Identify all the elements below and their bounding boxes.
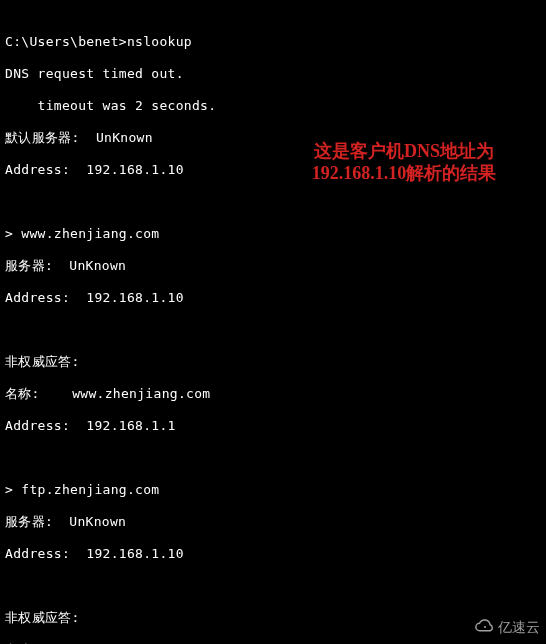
annotation-text: 这是客户机DNS地址为 192.168.1.10解析的结果 xyxy=(272,140,536,184)
terminal-line: DNS request timed out. xyxy=(5,66,360,82)
svg-point-0 xyxy=(484,626,486,628)
terminal-line: timeout was 2 seconds. xyxy=(5,98,360,114)
terminal-line: Address: 192.168.1.10 xyxy=(5,546,360,562)
terminal-line xyxy=(5,578,360,594)
terminal-line: 非权威应答: xyxy=(5,610,360,626)
terminal-line: Address: 192.168.1.10 xyxy=(5,290,360,306)
terminal-line: 非权威应答: xyxy=(5,354,360,370)
terminal-line: 服务器: UnKnown xyxy=(5,258,360,274)
terminal-line: Address: 192.168.1.1 xyxy=(5,418,360,434)
terminal-line xyxy=(5,194,360,210)
annotation-line: 这是客户机DNS地址为 xyxy=(272,140,536,162)
terminal-line: > www.zhenjiang.com xyxy=(5,226,360,242)
terminal-line: > ftp.zhenjiang.com xyxy=(5,482,360,498)
cloud-icon xyxy=(474,616,496,638)
terminal-line: 名称: www.zhenjiang.com xyxy=(5,386,360,402)
annotation-line: 192.168.1.10解析的结果 xyxy=(272,162,536,184)
watermark: 亿速云 xyxy=(474,616,540,638)
terminal-line xyxy=(5,450,360,466)
terminal-line: C:\Users\benet>nslookup xyxy=(5,34,360,50)
terminal-line xyxy=(5,322,360,338)
terminal-output: C:\Users\benet>nslookup DNS request time… xyxy=(0,0,360,644)
watermark-text: 亿速云 xyxy=(498,619,540,635)
terminal-line: 服务器: UnKnown xyxy=(5,514,360,530)
